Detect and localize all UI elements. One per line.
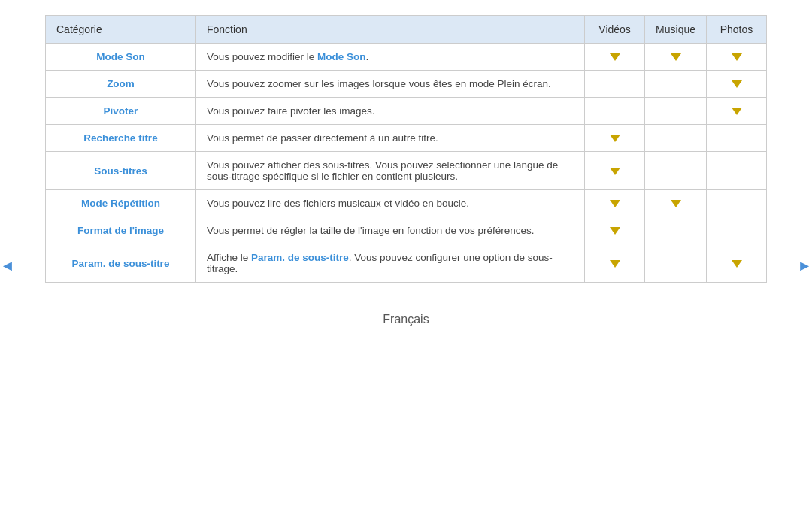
musique-cell [645,217,707,244]
fonction-cell: Vous permet de passer directement à un a… [196,125,585,152]
musique-cell [645,125,707,152]
photos-cell [707,244,767,283]
check-icon [610,135,620,142]
table-row: Format de l'imageVous permet de régler l… [46,217,767,244]
photos-cell [707,71,767,98]
photos-cell [707,152,767,190]
check-icon [671,200,681,207]
check-icon [671,53,681,61]
photos-cell [707,98,767,125]
photos-cell [707,44,767,71]
videos-cell [585,244,645,283]
fonction-cell: Vous pouvez lire des fichiers musicaux e… [196,190,585,217]
category-cell: Recherche titre [46,125,196,152]
check-icon [732,80,742,88]
category-cell: Param. de sous-titre [46,244,196,283]
musique-cell [645,44,707,71]
musique-cell [645,98,707,125]
header-photos: Photos [707,16,767,44]
photos-cell [707,125,767,152]
check-icon [610,200,620,207]
table-row: ZoomVous pouvez zoomer sur les images lo… [46,71,767,98]
header-videos: Vidéos [585,16,645,44]
check-icon [732,108,742,115]
category-cell: Mode Son [46,44,196,71]
musique-cell [645,190,707,217]
fonction-cell: Vous pouvez afficher des sous-titres. Vo… [196,152,585,190]
table-row: Param. de sous-titreAffiche le Param. de… [46,244,767,283]
videos-cell [585,217,645,244]
table-header-row: Catégorie Fonction Vidéos Musique Photos [46,16,767,44]
footer-language: Français [383,313,429,326]
header-categorie: Catégorie [46,16,196,44]
fonction-cell: Vous permet de régler la taille de l'ima… [196,217,585,244]
table-row: PivoterVous pouvez faire pivoter les ima… [46,98,767,125]
category-cell: Zoom [46,71,196,98]
category-cell: Format de l'image [46,217,196,244]
table-row: Recherche titreVous permet de passer dir… [46,125,767,152]
photos-cell [707,217,767,244]
category-cell: Pivoter [46,98,196,125]
link-text: Mode Son [317,51,366,62]
link-text: Param. de sous-titre [251,252,349,263]
videos-cell [585,152,645,190]
fonction-cell: Vous pouvez modifier le Mode Son. [196,44,585,71]
check-icon [610,53,620,61]
category-cell: Sous-titres [46,152,196,190]
check-icon [610,260,620,268]
videos-cell [585,190,645,217]
category-cell: Mode Répétition [46,190,196,217]
videos-cell [585,71,645,98]
videos-cell [585,44,645,71]
check-icon [732,53,742,61]
check-icon [732,260,742,268]
check-icon [610,227,620,235]
photos-cell [707,190,767,217]
features-table: Catégorie Fonction Vidéos Musique Photos… [45,15,767,283]
table-row: Mode SonVous pouvez modifier le Mode Son… [46,44,767,71]
musique-cell [645,152,707,190]
page-wrapper: ◄ ► Catégorie Fonction Vidéos Musique Ph… [0,0,812,530]
fonction-cell: Affiche le Param. de sous-titre. Vous po… [196,244,585,283]
header-musique: Musique [645,16,707,44]
table-row: Sous-titresVous pouvez afficher des sous… [46,152,767,190]
fonction-cell: Vous pouvez faire pivoter les images. [196,98,585,125]
fonction-cell: Vous pouvez zoomer sur les images lorsqu… [196,71,585,98]
musique-cell [645,71,707,98]
videos-cell [585,98,645,125]
table-container: Catégorie Fonction Vidéos Musique Photos… [45,15,767,283]
header-fonction: Fonction [196,16,585,44]
musique-cell [645,244,707,283]
nav-arrow-left[interactable]: ◄ [0,256,15,274]
check-icon [610,168,620,175]
nav-arrow-right[interactable]: ► [797,256,812,274]
table-row: Mode RépétitionVous pouvez lire des fich… [46,190,767,217]
videos-cell [585,125,645,152]
